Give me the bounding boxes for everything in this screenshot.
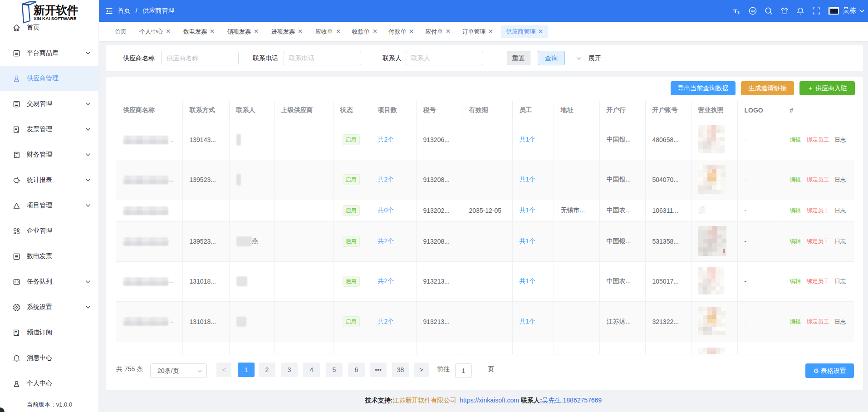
svg-text:T: T [737,10,740,15]
svg-text:新开软件: 新开软件 [33,4,78,16]
svg-text:中: 中 [751,9,755,14]
svg-text:T: T [733,8,737,15]
